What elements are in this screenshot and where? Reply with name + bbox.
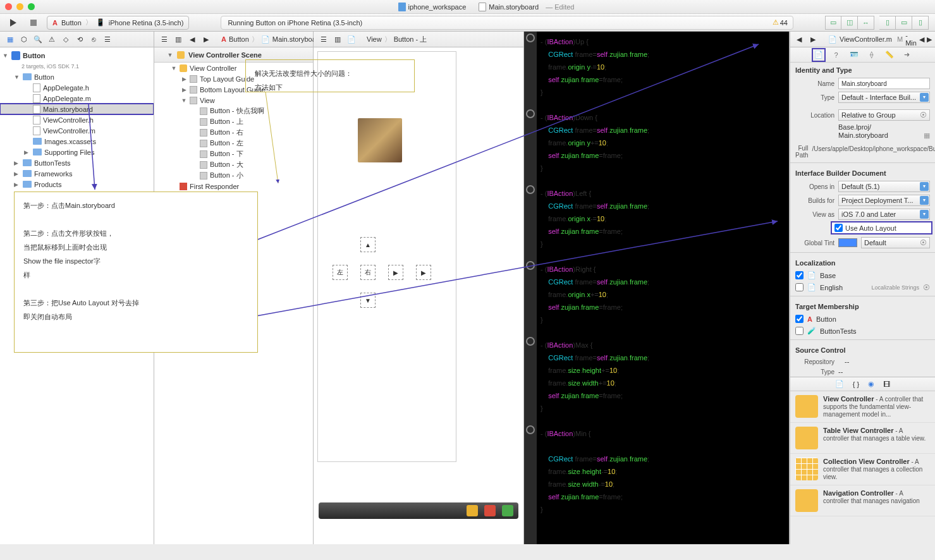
find-navigator-tab[interactable]: 🔍: [33, 35, 43, 44]
type-select[interactable]: Default - Interface Buil...▾: [838, 92, 930, 103]
nav-item-frameworks[interactable]: ▶Frameworks: [0, 168, 154, 179]
outline-item[interactable]: Button - 大: [154, 159, 313, 170]
connection-indicator-icon[interactable]: [526, 425, 535, 434]
nav-item-appdelegate-m[interactable]: AppDelegate.m: [0, 93, 154, 104]
test-navigator-tab[interactable]: ◇: [61, 35, 71, 44]
debug-navigator-tab[interactable]: ⟲: [75, 35, 85, 44]
nav-item-viewcontroller-m[interactable]: ViewController.m: [0, 125, 154, 136]
button-down[interactable]: ▼: [360, 293, 376, 308]
minimize-window-icon[interactable]: [16, 3, 23, 10]
outline-item[interactable]: Button - 右: [154, 127, 313, 138]
nav-item-products[interactable]: ▶Products: [0, 179, 154, 190]
lib-tab-code[interactable]: { }: [853, 380, 859, 388]
library-item[interactable]: View Controller - A controller that supp…: [790, 391, 935, 423]
outline-fwd-icon[interactable]: ▥: [173, 35, 183, 44]
outline-item[interactable]: Button - 下: [154, 149, 313, 159]
nav-item-viewcontroller-h[interactable]: ViewController.h: [0, 114, 154, 125]
library-item[interactable]: Collection View Controller - A controlle…: [790, 454, 935, 485]
button-right[interactable]: ▶: [388, 265, 403, 280]
version-editor-button[interactable]: ↔: [858, 16, 874, 30]
jump-bar-assistant[interactable]: 📄ViewController.m: [823, 35, 897, 44]
nav-item-supporting-files[interactable]: ▶Supporting Files: [0, 147, 154, 157]
localization-english[interactable]: 📄EnglishLocalizable Strings⦿: [790, 281, 935, 293]
main-toolbar: A Button 〉 📱 iPhone Retina (3.5-inch) Ru…: [0, 14, 935, 32]
annotation-box-2: 第一步：点击Main.storyboard 第二步：点击文件形状按钮， 当把鼠标…: [14, 192, 258, 353]
log-navigator-tab[interactable]: ☰: [102, 35, 113, 44]
nav-item-appdelegate-h[interactable]: AppDelegate.h: [0, 82, 154, 93]
titlebar-doc-2[interactable]: Main.storyboard — Edited: [479, 3, 574, 11]
close-window-icon[interactable]: [5, 3, 12, 10]
lib-tab-object[interactable]: ◉: [868, 380, 874, 388]
connection-indicator-icon[interactable]: [526, 337, 535, 346]
library-item[interactable]: Table View Controller - A controller tha…: [790, 423, 935, 454]
symbol-navigator-tab[interactable]: ⬡: [19, 35, 29, 44]
connections-inspector-tab[interactable]: ➜: [901, 49, 913, 61]
assets-icon: [33, 138, 42, 145]
size-inspector-tab[interactable]: 📏: [884, 49, 895, 61]
connection-indicator-icon[interactable]: [526, 33, 535, 42]
breakpoint-navigator-tab[interactable]: ⎋: [89, 35, 99, 44]
button-extra[interactable]: ▶: [416, 265, 431, 280]
nav-item-buttontests[interactable]: ▶ButtonTests: [0, 157, 154, 168]
tint-colorwell[interactable]: [838, 238, 857, 247]
connection-indicator-icon[interactable]: [526, 109, 535, 118]
folder-icon[interactable]: ▦: [924, 131, 930, 140]
sim-icon-3[interactable]: [502, 505, 513, 516]
issue-navigator-tab[interactable]: ⚠: [47, 35, 57, 44]
toggle-navigator-button[interactable]: ▯: [879, 16, 896, 30]
nav-item-main-storyboard[interactable]: Main.storyboard: [0, 104, 154, 114]
nav-item-images-xcassets[interactable]: Images.xcassets: [0, 136, 154, 147]
assistant-code-editor[interactable]: - (IBAction)Up { CGRect frame=self.zujia…: [524, 32, 790, 544]
image-button[interactable]: [358, 118, 402, 162]
folder-icon: [23, 159, 32, 166]
file-inspector-tab[interactable]: 📄: [813, 49, 824, 61]
toggle-utilities-button[interactable]: ▯: [912, 16, 929, 30]
lib-tab-media[interactable]: 🎞: [883, 380, 890, 388]
target-buttontests[interactable]: 🧪ButtonTests: [790, 325, 935, 337]
titlebar-doc-1[interactable]: iphone_workspace: [398, 3, 467, 11]
assistant-editor-button[interactable]: ◫: [841, 16, 858, 30]
outline-item[interactable]: Button - 快点我啊: [154, 106, 313, 116]
run-button[interactable]: [6, 16, 20, 30]
sim-icon-2[interactable]: [484, 505, 496, 516]
scheme-selector[interactable]: A Button 〉 📱 iPhone Retina (3.5-inch): [47, 16, 189, 30]
toggle-debug-button[interactable]: ▭: [896, 16, 912, 30]
quick-help-tab[interactable]: ?: [831, 49, 842, 61]
use-auto-layout-checkbox[interactable]: Use Auto Layout: [832, 222, 931, 233]
buildsfor-select[interactable]: Project Deployment T...▾: [838, 195, 930, 206]
button-center[interactable]: 右: [360, 265, 376, 280]
interface-builder-canvas[interactable]: ☰▥📄 View〉 Button - 上 ▲ 左 右 ▶ ▼ ▶: [314, 32, 524, 544]
opensin-select[interactable]: Default (5.1)▾: [838, 181, 930, 192]
lib-tab-file[interactable]: 📄: [835, 380, 844, 388]
outline-item[interactable]: ▼View: [154, 95, 313, 106]
outline-back-icon[interactable]: ☰: [159, 35, 169, 44]
identity-inspector-tab[interactable]: 🪪: [848, 49, 860, 61]
outline-item[interactable]: First Responder: [154, 181, 313, 192]
stop-button[interactable]: [27, 16, 40, 30]
button-up[interactable]: ▲: [360, 237, 376, 252]
connection-indicator-icon[interactable]: [526, 261, 535, 270]
name-field[interactable]: Main.storyboard: [838, 78, 930, 89]
location-select[interactable]: Relative to Group⦿: [838, 109, 930, 121]
sim-icon-1[interactable]: [467, 505, 478, 516]
outline-item[interactable]: Button - 上: [154, 116, 313, 127]
project-root[interactable]: ▼ Button: [0, 50, 154, 61]
scene-icon: [177, 51, 185, 59]
project-navigator-tab[interactable]: ▦: [5, 35, 15, 44]
tint-select[interactable]: Default⦿: [861, 237, 930, 248]
button-left[interactable]: 左: [333, 265, 348, 280]
viewas-select[interactable]: iOS 7.0 and Later▾: [838, 209, 930, 220]
library-item[interactable]: Navigation Controller - A controller tha…: [790, 485, 935, 516]
warnings-badge[interactable]: ⚠44: [773, 18, 788, 27]
nav-item-button[interactable]: ▼Button: [0, 71, 154, 82]
folder-icon: [23, 73, 32, 80]
attributes-inspector-tab[interactable]: ⟠: [866, 49, 877, 61]
standard-editor-button[interactable]: ▭: [825, 16, 841, 30]
outline-item[interactable]: Button - 左: [154, 138, 313, 149]
target-button[interactable]: AButton: [790, 313, 935, 325]
jump-bar-canvas[interactable]: View〉 Button - 上: [362, 35, 523, 44]
connection-indicator-icon[interactable]: [526, 185, 535, 194]
zoom-window-icon[interactable]: [28, 3, 35, 10]
outline-item[interactable]: Button - 小: [154, 170, 313, 181]
localization-base[interactable]: 📄Base: [790, 269, 935, 281]
